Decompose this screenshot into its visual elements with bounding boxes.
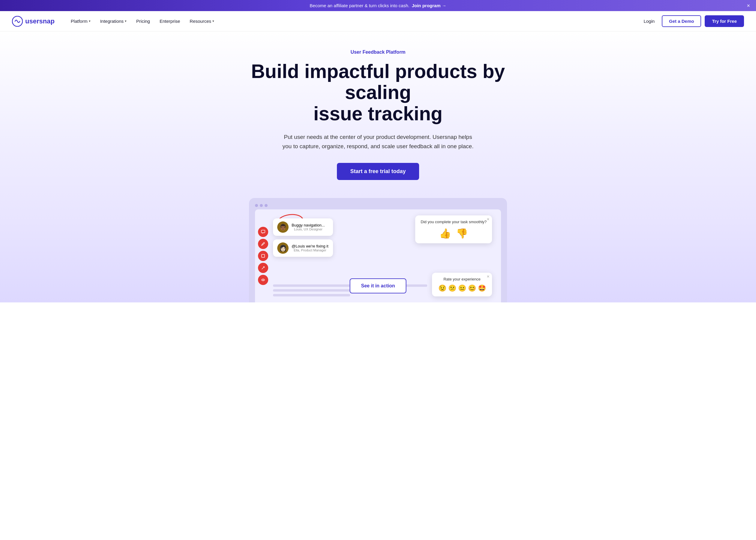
logo-text: usersnap	[25, 17, 55, 25]
tool-eye-icon[interactable]	[258, 275, 268, 285]
tool-comment-icon[interactable]	[258, 227, 268, 237]
nav-item-integrations[interactable]: Integrations ▾	[96, 16, 131, 26]
nav-link-integrations[interactable]: Integrations ▾	[96, 16, 131, 26]
avatar-image: 👩🏻	[277, 242, 289, 254]
satisfaction-widget: ✕ Did you complete your task smoothly? 👍…	[415, 215, 492, 243]
start-trial-button[interactable]: Start a free trial today	[337, 163, 419, 180]
reply-text: @Louis we're fixing it	[292, 244, 328, 248]
demo-line	[273, 294, 350, 296]
announcement-link[interactable]: Join program →	[412, 3, 446, 8]
comment-author: Louis, UX Designer	[292, 227, 325, 231]
comment-text: Buggy navigation...	[292, 223, 325, 227]
emoji-4[interactable]: 😊	[468, 284, 476, 292]
logo[interactable]: usersnap	[12, 16, 55, 27]
emoji-1[interactable]: 😟	[438, 284, 446, 292]
reply-content: @Louis we're fixing it Ella, Product Man…	[292, 244, 328, 252]
avatar-image: 👨🏾	[277, 221, 289, 233]
satisfaction-thumbs: 👍 👎	[421, 228, 487, 239]
svg-rect-2	[262, 254, 265, 257]
emoji-5[interactable]: 🤩	[478, 284, 486, 292]
demo-toolbar	[258, 227, 268, 285]
nav-link-resources[interactable]: Resources ▾	[186, 16, 218, 26]
hero-title: Build impactful products by scaling issu…	[243, 61, 513, 124]
announcement-text: Become an affiliate partner & turn click…	[310, 3, 409, 8]
try-free-button[interactable]: Try for Free	[705, 15, 744, 27]
rating-title: Rate your experience	[438, 277, 487, 281]
demo-inner: 👨🏾 Buggy navigation... Louis, UX Designe…	[255, 209, 501, 302]
nav-link-platform[interactable]: Platform ▾	[66, 16, 95, 26]
see-action-button[interactable]: See it in action	[350, 278, 407, 293]
nav-item-resources[interactable]: Resources ▾	[186, 16, 218, 26]
nav-item-pricing[interactable]: Pricing	[132, 16, 154, 26]
chevron-down-icon: ▾	[212, 19, 214, 23]
nav-links: Platform ▾ Integrations ▾ Pricing Enterp…	[66, 16, 640, 26]
widget-close-button[interactable]: ✕	[487, 275, 490, 279]
demo-mockup: 👨🏾 Buggy navigation... Louis, UX Designe…	[249, 198, 507, 302]
announcement-bar: Become an affiliate partner & turn click…	[0, 0, 756, 11]
rating-widget: ✕ Rate your experience 😟 😕 😐 😊 🤩	[432, 273, 492, 296]
hero-subtitle: Put user needs at the center of your pro…	[282, 133, 474, 151]
svg-rect-1	[261, 230, 265, 233]
reply-bubble: 👩🏻 @Louis we're fixing it Ella, Product …	[273, 239, 333, 257]
comment-content: Buggy navigation... Louis, UX Designer	[292, 223, 325, 231]
thumb-down-icon[interactable]: 👎	[456, 228, 468, 239]
thumb-up-icon[interactable]: 👍	[439, 228, 451, 239]
logo-icon	[12, 16, 23, 27]
demo-dot	[260, 204, 263, 207]
widget-close-button[interactable]: ✕	[487, 217, 490, 221]
nav-actions: Login Get a Demo Try for Free	[640, 15, 744, 27]
demo-dots	[255, 204, 501, 207]
avatar-louis: 👨🏾	[277, 221, 289, 233]
hero-tag: User Feedback Platform	[6, 50, 750, 55]
emoji-2[interactable]: 😕	[448, 284, 456, 292]
tool-rect-icon[interactable]	[258, 251, 268, 261]
reply-author: Ella, Product Manager	[292, 248, 328, 252]
satisfaction-title: Did you complete your task smoothly?	[421, 219, 487, 224]
tool-pencil-icon[interactable]	[258, 239, 268, 249]
nav-link-pricing[interactable]: Pricing	[132, 16, 154, 26]
hero-section: User Feedback Platform Build impactful p…	[0, 32, 756, 302]
chevron-down-icon: ▾	[125, 19, 127, 23]
login-button[interactable]: Login	[640, 16, 658, 26]
navbar: usersnap Platform ▾ Integrations ▾ Prici…	[0, 11, 756, 32]
announcement-close-button[interactable]: ×	[747, 3, 750, 8]
chevron-down-icon: ▾	[89, 19, 91, 23]
emoji-3[interactable]: 😐	[458, 284, 466, 292]
comment-bubble-1: 👨🏾 Buggy navigation... Louis, UX Designe…	[273, 218, 333, 236]
tool-arrow-icon[interactable]	[258, 263, 268, 273]
rating-emojis: 😟 😕 😐 😊 🤩	[438, 284, 487, 292]
demo-dot	[265, 204, 268, 207]
nav-item-platform[interactable]: Platform ▾	[66, 16, 95, 26]
svg-point-4	[263, 279, 264, 280]
nav-link-enterprise[interactable]: Enterprise	[155, 16, 184, 26]
get-demo-button[interactable]: Get a Demo	[662, 15, 701, 27]
demo-dot	[255, 204, 258, 207]
nav-item-enterprise[interactable]: Enterprise	[155, 16, 184, 26]
avatar-ella: 👩🏻	[277, 242, 289, 254]
